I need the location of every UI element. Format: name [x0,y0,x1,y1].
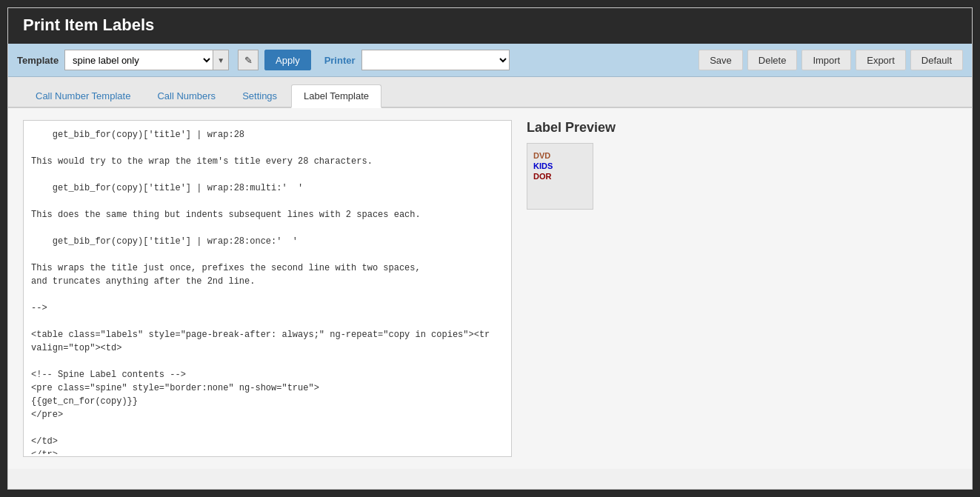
printer-select[interactable] [361,50,510,70]
main-content: get_bib_for(copy)['title'] | wrap:28 Thi… [8,108,972,469]
template-select[interactable]: spine label only [64,50,213,70]
template-dropdown-btn[interactable]: ▼ [213,50,229,70]
printer-label: Printer [324,55,356,66]
tab-call-number-template[interactable]: Call Number Template [23,84,143,107]
tab-call-numbers[interactable]: Call Numbers [144,84,228,107]
tab-label-template[interactable]: Label Template [291,84,381,108]
template-edit-btn[interactable]: ✎ [238,50,259,70]
editor-panel: get_bib_for(copy)['title'] | wrap:28 Thi… [23,120,512,457]
default-button[interactable]: Default [910,50,963,70]
right-buttons: Save Delete Import Export Default [699,50,963,70]
save-button[interactable]: Save [699,50,743,70]
label-template-editor[interactable]: get_bib_for(copy)['title'] | wrap:28 Thi… [24,121,511,454]
label-line-kids: KIDS [533,161,587,170]
export-button[interactable]: Export [856,50,906,70]
label-line-dor: DOR [533,172,587,181]
preview-title: Label Preview [527,120,719,136]
label-preview-box: DVD KIDS DOR [527,143,593,210]
tab-settings[interactable]: Settings [230,84,290,107]
preview-panel: Label Preview DVD KIDS DOR [527,120,719,457]
tabs-bar: Call Number Template Call Numbers Settin… [8,77,972,108]
import-button[interactable]: Import [801,50,851,70]
page-title: Print Item Labels [8,8,972,44]
apply-button[interactable]: Apply [264,50,311,70]
template-select-wrap: spine label only ▼ [64,50,229,70]
label-line-dvd: DVD [533,151,587,160]
template-label: Template [17,55,59,66]
toolbar: Template spine label only ▼ ✎ Apply Prin… [8,44,972,77]
delete-button[interactable]: Delete [747,50,798,70]
